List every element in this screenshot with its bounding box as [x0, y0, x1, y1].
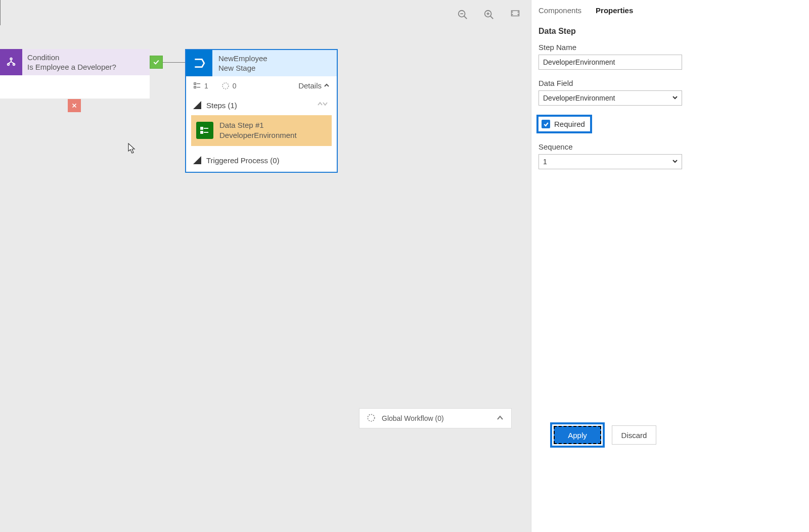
zoom-in-icon[interactable]: [483, 9, 495, 20]
designer-canvas[interactable]: Condition Is Employee a Developer? NewEm…: [0, 0, 531, 532]
loop-count: 0: [221, 82, 237, 90]
steps-label: Steps (1): [206, 101, 237, 110]
tab-components[interactable]: Components: [538, 6, 581, 15]
apply-button[interactable]: Apply: [554, 426, 601, 444]
step-name-input[interactable]: [538, 55, 682, 70]
svg-point-10: [13, 64, 15, 66]
stage-subtitle: New Stage: [218, 63, 267, 73]
panel-title: Data Step: [538, 27, 801, 36]
workflow-label: Global Workflow (0): [382, 414, 444, 422]
action-buttons: Apply Discard: [550, 422, 656, 448]
sequence-select[interactable]: 1: [538, 154, 682, 169]
field-count: 1: [193, 82, 208, 90]
condition-label: Condition: [27, 53, 116, 63]
data-step-subtitle: DeveloperEnvironment: [219, 130, 297, 140]
panel-tabs: Components Properties: [538, 6, 801, 21]
condition-body: [0, 75, 150, 99]
branch-true-icon[interactable]: [150, 56, 163, 69]
sequence-label: Sequence: [538, 142, 801, 151]
condition-node[interactable]: Condition Is Employee a Developer?: [0, 49, 150, 99]
checkbox-checked-icon: [542, 120, 550, 128]
step-name-label: Step Name: [538, 43, 801, 52]
stage-header: NewEmployee New Stage: [186, 50, 337, 76]
svg-point-8: [10, 58, 12, 60]
global-workflow-bar[interactable]: Global Workflow (0): [359, 408, 512, 428]
stage-node[interactable]: NewEmployee New Stage 1 0 Details: [185, 49, 338, 173]
condition-icon: [0, 49, 22, 75]
required-label: Required: [554, 120, 585, 128]
canvas-toolbar: [457, 9, 521, 20]
required-checkbox-row[interactable]: Required: [536, 115, 592, 133]
triggered-label: Triggered Process (0): [206, 156, 280, 165]
svg-rect-20: [201, 131, 203, 133]
chevron-up-icon: [324, 81, 330, 90]
svg-line-4: [490, 16, 493, 19]
details-toggle[interactable]: Details: [298, 81, 330, 90]
data-step-item[interactable]: Data Step #1 DeveloperEnvironment: [191, 115, 332, 146]
apply-highlight: Apply: [550, 422, 605, 448]
svg-rect-13: [194, 82, 196, 84]
data-field-label: Data Field: [538, 79, 801, 87]
expand-icon: [193, 156, 201, 164]
workflow-icon: [367, 413, 376, 424]
cursor-icon: [128, 143, 136, 154]
chevron-up-icon[interactable]: [496, 414, 504, 423]
stage-icon: [186, 50, 212, 76]
data-step-title: Data Step #1: [219, 120, 297, 130]
properties-panel: Components Properties Data Step Step Nam…: [531, 0, 809, 532]
stage-counts: 1 0 Details: [186, 76, 337, 95]
move-arrows-icon[interactable]: [316, 100, 330, 110]
svg-rect-18: [201, 127, 203, 129]
connector-line: [0, 0, 1, 25]
condition-text: Is Employee a Developer?: [27, 62, 116, 72]
zoom-out-icon[interactable]: [457, 9, 468, 20]
discard-button[interactable]: Discard: [612, 425, 656, 445]
data-step-icon: [196, 122, 213, 139]
condition-header: Condition Is Employee a Developer?: [0, 49, 150, 75]
svg-point-22: [368, 414, 375, 421]
connector-line: [163, 62, 185, 63]
branch-false-icon[interactable]: [68, 99, 81, 112]
expand-icon: [193, 101, 201, 109]
svg-point-9: [8, 64, 10, 66]
fit-screen-icon[interactable]: [510, 9, 521, 20]
svg-line-1: [464, 16, 467, 19]
tab-properties[interactable]: Properties: [596, 6, 633, 15]
svg-rect-15: [194, 86, 196, 88]
data-field-select[interactable]: DeveloperEnvironment: [538, 90, 682, 106]
triggered-process-row[interactable]: Triggered Process (0): [186, 151, 337, 172]
steps-row[interactable]: Steps (1): [186, 95, 337, 115]
stage-title: NewEmployee: [218, 54, 267, 64]
svg-point-17: [222, 83, 229, 89]
